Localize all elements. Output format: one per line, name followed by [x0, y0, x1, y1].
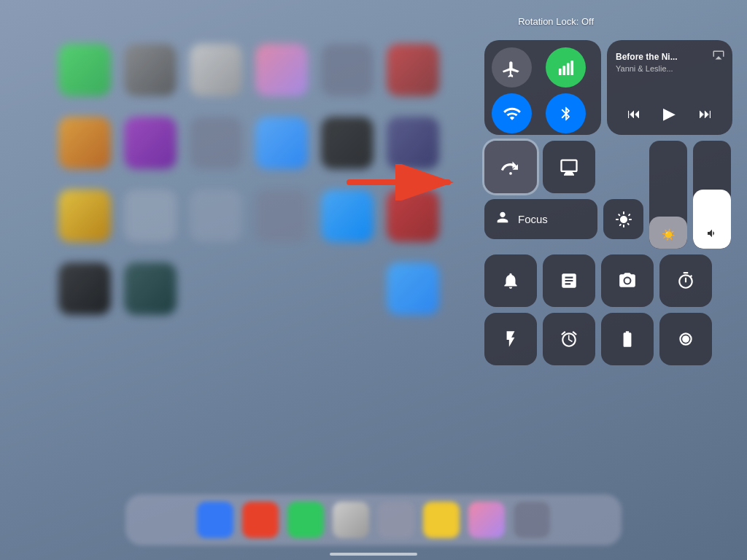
dock-icon[interactable]	[378, 502, 414, 538]
app-icon	[124, 44, 177, 96]
svg-rect-0	[558, 68, 561, 74]
cc-middle-left: Focus	[484, 141, 643, 249]
app-icon	[255, 44, 308, 96]
now-playing-track: Before the Ni... Yanni & Leslie...	[616, 52, 724, 74]
app-icon	[321, 190, 374, 242]
app-icon	[58, 262, 111, 315]
connectivity-block[interactable]	[484, 40, 601, 135]
dock-icon[interactable]	[514, 502, 550, 538]
cc-middle-section: Focus ☀️	[484, 141, 732, 249]
app-icon	[387, 190, 439, 242]
svg-rect-2	[566, 63, 569, 75]
flashlight-button[interactable]	[484, 313, 537, 365]
app-icon	[124, 117, 177, 169]
cc-sliders-group: ☀️	[649, 141, 731, 249]
app-icon	[387, 44, 439, 96]
volume-slider[interactable]	[693, 141, 731, 249]
cc-row-connectivity-nowplaying: Before the Ni... Yanni & Leslie... ⏮ ▶ ⏭	[484, 40, 732, 135]
app-icon	[58, 190, 111, 242]
home-indicator	[330, 553, 417, 556]
screen-mirror-button[interactable]	[543, 141, 595, 193]
app-grid	[58, 44, 470, 487]
app-icon	[124, 190, 177, 242]
rotation-lock-label: Rotation Lock: Off	[518, 16, 594, 27]
cc-row-buttons-1	[484, 254, 732, 307]
app-icon	[255, 190, 308, 242]
focus-button[interactable]: Focus	[484, 199, 597, 239]
app-icon	[124, 262, 177, 315]
notes-button[interactable]	[543, 254, 595, 307]
wifi-button[interactable]	[492, 93, 532, 133]
camera-button[interactable]	[601, 254, 654, 307]
alarm-button[interactable]	[543, 313, 595, 365]
battery-button[interactable]	[601, 313, 654, 365]
next-track-button[interactable]: ⏭	[696, 104, 715, 125]
screen-record-button[interactable]	[659, 313, 712, 365]
airplane-mode-button[interactable]	[492, 47, 532, 88]
control-center: Before the Ni... Yanni & Leslie... ⏮ ▶ ⏭	[484, 40, 732, 365]
svg-rect-3	[570, 60, 573, 74]
cellular-button[interactable]	[546, 47, 586, 88]
brightness-slider-icon: ☀️	[662, 228, 676, 241]
app-icon	[58, 117, 111, 169]
rotation-lock-button[interactable]	[484, 141, 537, 193]
cc-row-focus: Focus	[484, 199, 643, 239]
dock-icon[interactable]	[197, 502, 233, 538]
now-playing-title: Before the Ni...	[616, 52, 724, 63]
focus-icon	[495, 209, 511, 229]
play-pause-button[interactable]: ▶	[660, 101, 678, 126]
dock-icon[interactable]	[468, 502, 505, 538]
timer-button[interactable]	[659, 254, 712, 307]
app-icon	[58, 44, 111, 96]
app-icon	[321, 117, 374, 169]
brightness-button[interactable]	[603, 199, 643, 239]
cc-row-buttons-2	[484, 313, 732, 365]
previous-track-button[interactable]: ⏮	[624, 104, 643, 125]
app-icon	[387, 117, 439, 169]
dock	[125, 494, 622, 545]
bluetooth-button[interactable]	[546, 93, 586, 133]
now-playing-block[interactable]: Before the Ni... Yanni & Leslie... ⏮ ▶ ⏭	[607, 40, 732, 135]
volume-slider-icon	[706, 228, 718, 241]
dock-icon[interactable]	[333, 502, 369, 538]
now-playing-controls: ⏮ ▶ ⏭	[616, 101, 724, 126]
dock-icon[interactable]	[423, 502, 460, 538]
brightness-slider[interactable]: ☀️	[649, 141, 687, 249]
svg-rect-1	[562, 66, 565, 75]
dock-icon[interactable]	[242, 502, 279, 538]
app-icon	[190, 190, 242, 242]
mute-button[interactable]	[484, 254, 537, 307]
app-icon	[190, 117, 242, 169]
app-icon	[255, 117, 308, 169]
dock-icon[interactable]	[287, 502, 324, 538]
app-icon	[321, 44, 374, 96]
now-playing-artist: Yanni & Leslie...	[616, 63, 724, 74]
app-icon	[387, 262, 439, 315]
svg-point-6	[682, 335, 689, 343]
svg-point-4	[509, 172, 512, 175]
airplay-icon[interactable]	[712, 47, 725, 63]
focus-label: Focus	[518, 213, 548, 225]
app-icon	[190, 44, 242, 96]
cc-row-lock-mirror	[484, 141, 643, 193]
